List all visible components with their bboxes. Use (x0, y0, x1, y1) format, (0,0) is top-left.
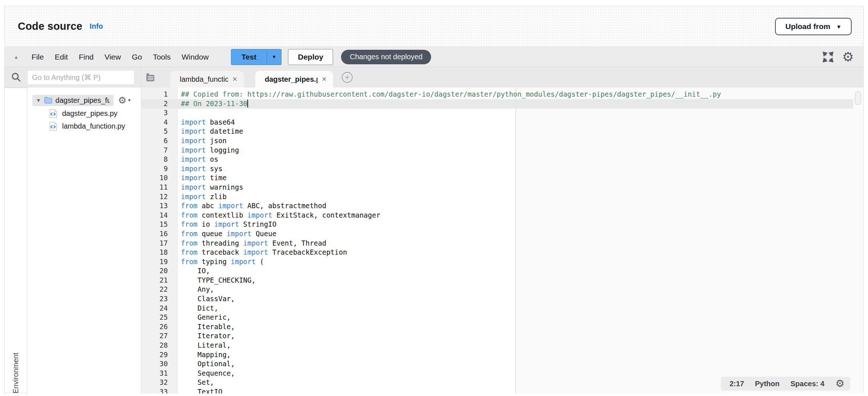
line-number: 31 (141, 369, 178, 378)
code-line[interactable]: 16from queue import Queue (141, 229, 863, 239)
code-line[interactable]: 14from contextlib import ExitStack, cont… (141, 211, 863, 220)
code-editor[interactable]: 1## Copied from: https://raw.githubuserc… (141, 88, 863, 393)
code-line[interactable]: 30 Optional, (141, 359, 863, 369)
test-button[interactable]: Test (231, 49, 267, 65)
tree-file-row[interactable]: lambda_function.py (27, 120, 141, 133)
new-tab-button[interactable]: + (342, 72, 353, 83)
indentation-setting[interactable]: Spaces: 4 (791, 380, 824, 388)
code-line[interactable]: 28 Literal, (141, 341, 863, 350)
code-line[interactable]: 3 (141, 108, 863, 118)
menu-go[interactable]: Go (132, 53, 142, 61)
line-number: 11 (141, 183, 178, 192)
collapse-panel-icon[interactable]: ▲ (13, 54, 19, 60)
code-line[interactable]: 4import base64 (141, 118, 863, 127)
header: Code source Info Upload from ▼ (5, 6, 863, 47)
upload-from-label: Upload from (785, 22, 830, 31)
code-line[interactable]: 22 Any, (141, 285, 863, 294)
editor: lambda_function. × dagster_pipes.py × + … (141, 67, 863, 393)
code-line[interactable]: 26 Iterable, (141, 322, 863, 332)
fullscreen-icon[interactable] (823, 52, 833, 62)
editor-settings-gear-icon[interactable]: ⚙ (842, 50, 854, 64)
line-number: 2 (141, 99, 178, 109)
code-line[interactable]: 29 Mapping, (141, 350, 863, 360)
tree-settings-gear-icon[interactable]: ⚙ (118, 96, 126, 105)
code-line[interactable]: 23 ClassVar, (141, 294, 863, 304)
search-icon (5, 72, 27, 83)
code-line[interactable]: 5import datetime (141, 127, 863, 136)
menubar-right: ⚙ (823, 50, 854, 64)
folder-expand-icon[interactable]: ▼ (36, 97, 41, 103)
tree-files: dagster_pipes.py lambda_function.py (27, 107, 141, 133)
code-line[interactable]: 10import time (141, 173, 863, 183)
folder-icon (44, 96, 52, 104)
file-name: dagster_pipes.py (62, 109, 117, 118)
python-file-icon (49, 109, 57, 118)
test-split-button: Test ▼ (231, 49, 282, 65)
code-line[interactable]: 18from traceback import TracebackExcepti… (141, 248, 863, 257)
environment-strip: Environment (5, 88, 27, 393)
tree-file-row[interactable]: dagster_pipes.py (27, 107, 141, 120)
menu-view[interactable]: View (105, 53, 121, 61)
code-line[interactable]: 9import sys (141, 164, 863, 174)
code-line[interactable]: 17from threading import Event, Thread (141, 239, 863, 248)
line-number: 24 (141, 304, 178, 313)
code-line[interactable]: 6import json (141, 136, 863, 146)
vertical-scrollbar-thumb[interactable] (855, 91, 861, 105)
code-line[interactable]: 1## Copied from: https://raw.githubuserc… (141, 90, 863, 99)
tab-close-icon[interactable]: × (322, 74, 326, 84)
code-line[interactable]: 20 IO, (141, 266, 863, 276)
line-number: 22 (141, 285, 178, 294)
language-mode[interactable]: Python (755, 380, 780, 388)
menu-file[interactable]: File (32, 53, 44, 61)
code-line[interactable]: 11import warnings (141, 183, 863, 192)
tree-settings-caret-icon[interactable]: ▼ (127, 98, 131, 103)
go-to-anything-input[interactable] (27, 70, 134, 85)
tab-label: lambda_function. (180, 75, 228, 84)
code-line[interactable]: 13from abc import ABC, abstractmethod (141, 201, 863, 211)
line-number: 12 (141, 192, 178, 202)
line-number: 18 (141, 248, 178, 257)
code-line[interactable]: 2## On 2023-11-30 (141, 99, 863, 109)
upload-from-button[interactable]: Upload from ▼ (775, 18, 852, 35)
tab-close-icon[interactable]: × (232, 74, 237, 84)
line-number: 8 (141, 155, 178, 164)
line-number: 13 (141, 201, 178, 211)
line-number: 27 (141, 331, 178, 341)
code-source-panel: Code source Info Upload from ▼ ▲ File Ed… (4, 6, 864, 393)
line-number: 4 (141, 118, 178, 127)
line-number: 20 (141, 266, 178, 276)
cursor-position[interactable]: 2:17 (730, 380, 744, 388)
page-title: Code source (18, 20, 82, 32)
tabbar: lambda_function. × dagster_pipes.py × + (141, 67, 863, 88)
tree-folder-row[interactable]: ▼ dagster_pipes_funct ⚙ ▼ (27, 93, 141, 107)
info-link[interactable]: Info (90, 22, 103, 31)
tab-label: dagster_pipes.py (265, 75, 317, 84)
code-line[interactable]: 24 Dict, (141, 304, 863, 313)
menu-window[interactable]: Window (182, 53, 209, 61)
text-cursor (247, 100, 248, 108)
line-number: 9 (141, 164, 178, 174)
search-row (5, 67, 141, 88)
code-line[interactable]: 8import os (141, 155, 863, 164)
deploy-button[interactable]: Deploy (288, 49, 333, 65)
code-line[interactable]: 19from typing import ( (141, 257, 863, 267)
line-number: 21 (141, 276, 178, 285)
chevron-down-icon: ▼ (836, 24, 841, 30)
code-line[interactable]: 25 Generic, (141, 313, 863, 322)
code-line[interactable]: 27 Iterator, (141, 331, 863, 341)
menu-edit[interactable]: Edit (55, 53, 68, 61)
code-line[interactable]: 15from io import StringIO (141, 220, 863, 229)
line-number: 32 (141, 378, 178, 387)
menu-tools[interactable]: Tools (153, 53, 171, 61)
tab-dagster-pipes[interactable]: dagster_pipes.py × (255, 71, 333, 88)
code-line[interactable]: 12import zlib (141, 192, 863, 202)
status-settings-gear-icon[interactable]: ⚙ (835, 379, 844, 389)
tab-lambda-function[interactable]: lambda_function. × (170, 71, 244, 88)
environment-tab[interactable]: Environment (12, 93, 20, 393)
menu-find[interactable]: Find (79, 53, 94, 61)
tab-list-icon[interactable] (146, 73, 156, 82)
code-line[interactable]: 21 TYPE_CHECKING, (141, 276, 863, 285)
test-dropdown-button[interactable]: ▼ (267, 49, 281, 65)
code-line[interactable]: 7import logging (141, 146, 863, 155)
line-number: 17 (141, 239, 178, 248)
